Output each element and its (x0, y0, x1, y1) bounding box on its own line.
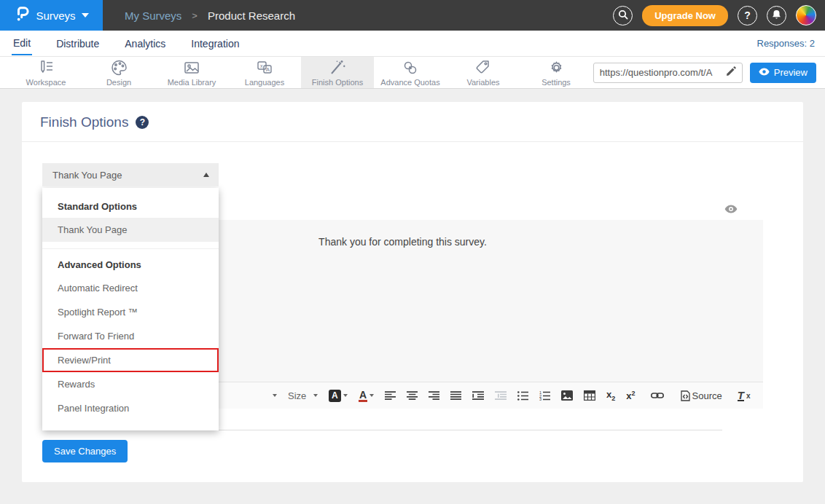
bell-icon (772, 9, 781, 22)
languages-icon: x A (255, 59, 274, 76)
ribbon-item-variables[interactable]: Variables (447, 57, 520, 88)
ribbon-label: Advance Quotas (380, 78, 439, 87)
dropdown-item-automatic-redirect[interactable]: Automatic Redirect (42, 276, 219, 300)
dropdown-divider (42, 242, 219, 249)
align-right-button[interactable] (429, 391, 439, 401)
finish-options-card: Finish Options ? Thank you for completin… (22, 102, 803, 482)
ribbon-item-design[interactable]: Design (82, 57, 155, 88)
superscript-button[interactable]: x2 (626, 390, 635, 401)
finish-option-select[interactable]: Thank You Page (42, 163, 219, 186)
ribbon-label: Media Library (168, 78, 216, 87)
editor-visibility-eye-icon[interactable] (724, 203, 738, 216)
advance-quotas-chain-icon (401, 59, 420, 76)
ribbon-item-workspace[interactable]: Workspace (9, 57, 82, 88)
settings-gear-icon (547, 59, 566, 76)
svg-text:A: A (266, 66, 270, 72)
survey-nav-tabs: Edit Distribute Analytics Integration Re… (0, 31, 825, 57)
product-menu-label: Surveys (36, 9, 75, 22)
text-color-button[interactable]: A (359, 390, 374, 402)
page-title: Finish Options (40, 114, 128, 130)
breadcrumb-separator: > (192, 10, 198, 21)
breadcrumb-parent[interactable]: My Surveys (125, 9, 181, 22)
svg-text:3: 3 (539, 397, 541, 401)
top-bar: Surveys My Surveys > Product Research Up… (0, 0, 825, 31)
design-palette-icon (110, 59, 128, 76)
ribbon-label: Settings (541, 78, 571, 87)
ribbon-label: Workspace (26, 78, 66, 87)
dropdown-item-review-print[interactable]: Review/Print (42, 348, 219, 372)
notifications-button[interactable] (767, 6, 786, 25)
variables-tag-icon (474, 59, 493, 76)
align-center-button[interactable] (407, 391, 418, 401)
title-help-icon[interactable]: ? (136, 116, 149, 129)
ribbon-label: Languages (245, 78, 284, 87)
tab-analytics[interactable]: Analytics (123, 32, 167, 55)
save-changes-button[interactable]: Save Changes (42, 440, 128, 462)
help-button[interactable]: ? (738, 6, 757, 25)
dropdown-item-panel-integration[interactable]: Panel Integration (42, 396, 219, 420)
insert-image-button[interactable] (561, 390, 573, 401)
ribbon-item-finish-options[interactable]: Finish Options (301, 57, 374, 88)
surveys-product-menu[interactable]: Surveys (0, 0, 103, 31)
font-caret-icon[interactable] (273, 394, 277, 397)
background-color-button[interactable]: A (329, 390, 348, 402)
user-avatar[interactable] (796, 5, 816, 25)
size-label: Size (288, 390, 306, 401)
ribbon-label: Variables (466, 78, 499, 87)
size-dropdown[interactable]: Size (288, 390, 318, 401)
insert-link-button[interactable] (651, 392, 664, 399)
bulleted-list-button[interactable] (517, 391, 528, 401)
question-mark-icon: ? (744, 9, 751, 21)
survey-url-box (593, 63, 743, 83)
search-button[interactable] (613, 6, 633, 25)
breadcrumb-current: Product Research (208, 9, 295, 22)
svg-text:x: x (260, 63, 263, 68)
view-source-button[interactable]: Source (681, 390, 722, 401)
dropdown-item-forward-to-friend[interactable]: Forward To Friend (42, 324, 219, 348)
source-label: Source (692, 390, 722, 401)
ribbon-item-advance-quotas[interactable]: Advance Quotas (374, 57, 447, 88)
ribbon-item-settings[interactable]: Settings (520, 57, 593, 88)
tab-integration[interactable]: Integration (189, 32, 241, 55)
finish-option-dropdown: Standard Options Thank You Page Advanced… (42, 188, 219, 430)
breadcrumb: My Surveys > Product Research (125, 9, 295, 22)
tab-distribute[interactable]: Distribute (55, 32, 101, 55)
indent-decrease-button[interactable] (495, 391, 507, 401)
insert-table-button[interactable] (584, 390, 595, 401)
subscript-button[interactable]: x2 (606, 389, 615, 402)
edit-ribbon: Workspace Design Media Library x A Langu… (0, 57, 825, 89)
chevron-down-icon (82, 13, 89, 17)
eye-icon (759, 67, 770, 78)
preview-label: Preview (774, 67, 808, 78)
workspace-icon (36, 59, 55, 76)
dropdown-item-rewards[interactable]: Rewards (42, 372, 219, 396)
dropdown-item-spotlight-report[interactable]: Spotlight Report ™ (42, 300, 219, 324)
ribbon-item-languages[interactable]: x A Languages (228, 57, 301, 88)
selected-option-value: Thank You Page (52, 170, 122, 181)
questionpro-logo-icon (14, 5, 30, 25)
tab-edit[interactable]: Edit (12, 31, 32, 55)
page-background: Finish Options ? Thank you for completin… (0, 89, 825, 504)
numbered-list-button[interactable]: 123 (539, 391, 550, 401)
responses-count[interactable]: Responses: 2 (757, 38, 816, 49)
search-icon (618, 9, 628, 22)
ribbon-label: Finish Options (312, 78, 363, 87)
finish-options-wand-icon (328, 59, 347, 76)
edit-url-pencil-icon[interactable] (720, 66, 742, 79)
preview-button[interactable]: Preview (750, 63, 816, 83)
text-color-icon: A (359, 390, 367, 402)
dropdown-item-thank-you-page[interactable]: Thank You Page (42, 218, 219, 242)
chevron-up-icon (203, 173, 209, 177)
ribbon-label: Design (106, 78, 131, 87)
background-color-icon: A (329, 390, 341, 402)
indent-increase-button[interactable] (472, 391, 484, 401)
ribbon-item-media-library[interactable]: Media Library (155, 57, 228, 88)
survey-url-input[interactable] (594, 67, 720, 78)
media-library-icon (182, 59, 201, 76)
dropdown-group-header: Advanced Options (42, 255, 219, 276)
justify-button[interactable] (450, 391, 461, 401)
align-left-button[interactable] (385, 391, 396, 401)
remove-format-button[interactable]: Tx (738, 390, 751, 401)
upgrade-now-button[interactable]: Upgrade Now (642, 5, 728, 26)
dropdown-group-header: Standard Options (42, 197, 219, 218)
